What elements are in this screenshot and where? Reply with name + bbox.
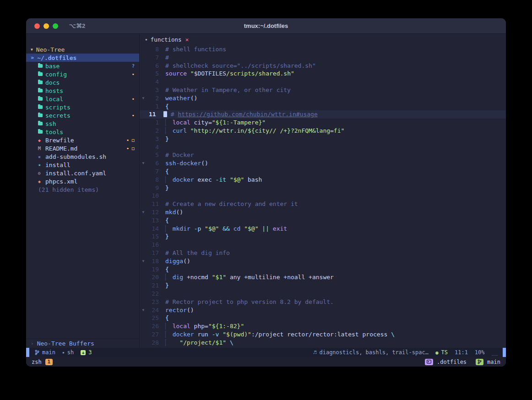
fold-icon[interactable]: ▼ (140, 306, 147, 314)
line-number: 10 (147, 192, 159, 200)
code-line[interactable]: 5source "$DOTFILES/scripts/shared.sh" (140, 70, 506, 78)
tree-item-Brewfile[interactable]: ◆Brewfile•◻ (26, 136, 139, 144)
tree-item-scripts[interactable]: scripts (26, 103, 139, 111)
code-line[interactable]: 22 (140, 290, 506, 298)
tree-item-install[interactable]: ∗install (26, 161, 139, 169)
code-line[interactable]: 1▏ local city="${1:-Tampere}" (140, 119, 506, 127)
code-line[interactable]: 9} (140, 184, 506, 192)
code-line[interactable]: 10 (140, 192, 506, 200)
code-line[interactable]: 7# (140, 54, 506, 62)
terminal-icon (427, 360, 431, 364)
code-line[interactable]: 1{ (140, 103, 506, 111)
code-line[interactable]: 14▏ mkdir -p "$@" && cd "$@" || exit (140, 225, 506, 233)
folder-icon (38, 97, 43, 101)
code-line[interactable]: 3} (140, 135, 506, 143)
code-line[interactable]: 5# Docker (140, 151, 506, 159)
line-number: 22 (147, 290, 159, 298)
code-line[interactable]: 4 (140, 143, 506, 151)
folder-icon (38, 105, 43, 109)
tmux-branch-badge (476, 359, 483, 365)
line-number: 5 (147, 70, 159, 78)
line-number: 9 (147, 184, 159, 192)
tree-item-add-submodules.sh[interactable]: ▪add-submodules.sh (26, 152, 139, 161)
code-line[interactable]: ▼12mkd() (140, 208, 506, 216)
code-line[interactable]: 4 (140, 78, 506, 86)
minimize-button[interactable] (43, 23, 49, 29)
code-text: # All the dig info (159, 249, 230, 257)
code-line[interactable]: 3# Weather in Tampere, or other city (140, 86, 506, 94)
tree-item-docs[interactable]: docs (26, 78, 139, 86)
code-line[interactable]: ▼18digga() (140, 257, 506, 265)
code-line[interactable]: 2▏ curl "http://wttr.in/${city// /+}?2nF… (140, 127, 506, 135)
tree-item-ssh[interactable]: ssh (26, 119, 139, 128)
tab-functions[interactable]: functions (151, 36, 182, 43)
file-icon: ⚙ (38, 171, 45, 176)
code-line[interactable]: 28▏ "/project/$1" \ (140, 339, 506, 347)
code-line[interactable]: 13{ (140, 216, 506, 225)
code-line[interactable]: 21} (140, 281, 506, 290)
tree-item-secrets[interactable]: secrets• (26, 111, 139, 119)
code-text: # shellcheck source="../scripts/shared.s… (159, 62, 316, 70)
fold-icon[interactable]: ▼ (140, 208, 147, 216)
line-number: 2 (147, 94, 159, 103)
tmux-branch-label: main (487, 359, 500, 365)
fold-icon[interactable]: ▼ (140, 159, 147, 168)
code-line[interactable]: ▼2weather() (140, 94, 506, 103)
tree-item-config[interactable]: config• (26, 70, 139, 78)
code-line[interactable]: 25{ (140, 314, 506, 322)
code-text: source "$DOTFILES/scripts/shared.sh" (159, 70, 294, 78)
cursor-position: 11:1 (455, 349, 468, 356)
tab-close-icon[interactable]: × (185, 36, 189, 43)
code-line[interactable]: 20▏ dig +nocmd "$1" any +multiline +noal… (140, 273, 506, 281)
code-line[interactable]: 8▏ docker exec -it "$@" bash (140, 176, 506, 184)
tree-item-base[interactable]: base? (26, 62, 139, 70)
fold-icon[interactable]: ▼ (140, 257, 147, 265)
code-line[interactable]: 6# shellcheck source="../scripts/shared.… (140, 62, 506, 70)
tree-item-label: docs (45, 79, 60, 86)
tree-item-tools[interactable]: tools (26, 128, 139, 136)
code-line[interactable]: 8# shell functions (140, 45, 506, 54)
code-line[interactable]: 16 (140, 241, 506, 249)
code-line[interactable]: ▼24rector() (140, 306, 506, 314)
zoom-button[interactable] (53, 23, 58, 29)
code-text: mkd() (159, 208, 183, 216)
code-line[interactable]: 11# Create a new directory and enter it (140, 200, 506, 208)
tree-item-label: add-submodules.sh (45, 153, 106, 160)
tree-item-phpcs.xml[interactable]: ◈phpcs.xml (26, 177, 139, 185)
tree-item-README.md[interactable]: MREADME.md•◻ (26, 144, 139, 152)
tmux-window-index-badge[interactable]: 1 (45, 359, 53, 365)
tree-root-item[interactable]: » ~/.dotfiles (26, 54, 139, 62)
close-button[interactable] (34, 23, 40, 29)
window-title: tmux:~/.dotfiles (26, 22, 506, 29)
code-line[interactable]: 17# All the dig info (140, 249, 506, 257)
line-number: 7 (147, 54, 159, 62)
code-line[interactable]: 19{ (140, 265, 506, 274)
buffers-header-label: Neo-Tree Buffers (37, 340, 94, 347)
code-line[interactable]: 15} (140, 232, 506, 241)
folder-icon (38, 122, 43, 125)
tree-item-label: secrets (45, 112, 71, 119)
fold-column (140, 290, 147, 298)
line-number: 11 (147, 110, 157, 119)
code-line[interactable]: 26▏ local php="${1:-82}" (140, 322, 506, 330)
titlebar: ⌥⌘2 tmux:~/.dotfiles (26, 18, 506, 34)
code-line[interactable]: 11 # https://github.com/chubin/wttr.in#u… (140, 110, 506, 119)
tree-item-local[interactable]: local• (26, 95, 139, 103)
code-text: ▏ curl "http://wttr.in/${city// /+}?2nFQ… (159, 127, 344, 135)
tree-item-install.conf.yaml[interactable]: ⚙install.conf.yaml (26, 169, 139, 177)
tree-item-hosts[interactable]: hosts (26, 86, 139, 95)
code-line[interactable]: 7{ (140, 168, 506, 176)
neotree-buffers-header[interactable]: › Neo-Tree Buffers (26, 339, 139, 348)
diff-added-segment: + 3 (81, 349, 92, 356)
code-line[interactable]: ▼6ssh-docker() (140, 159, 506, 168)
fold-column (140, 168, 147, 176)
folder-icon (38, 64, 43, 68)
code-line[interactable]: 27▏ docker run -v "$(pwd)":/project rect… (140, 330, 506, 339)
lsp-segment: ♬ diagnosticls, bashls, trail-spac… (313, 349, 429, 356)
fold-column (140, 45, 147, 54)
neotree-header: ▼ Neo-Tree (26, 45, 139, 54)
tmux-shell-label[interactable]: zsh (32, 359, 42, 365)
item-badges: •◻ (126, 137, 135, 143)
fold-icon[interactable]: ▼ (140, 94, 147, 103)
code-line[interactable]: 23# Rector project to php version 8.2 by… (140, 298, 506, 306)
